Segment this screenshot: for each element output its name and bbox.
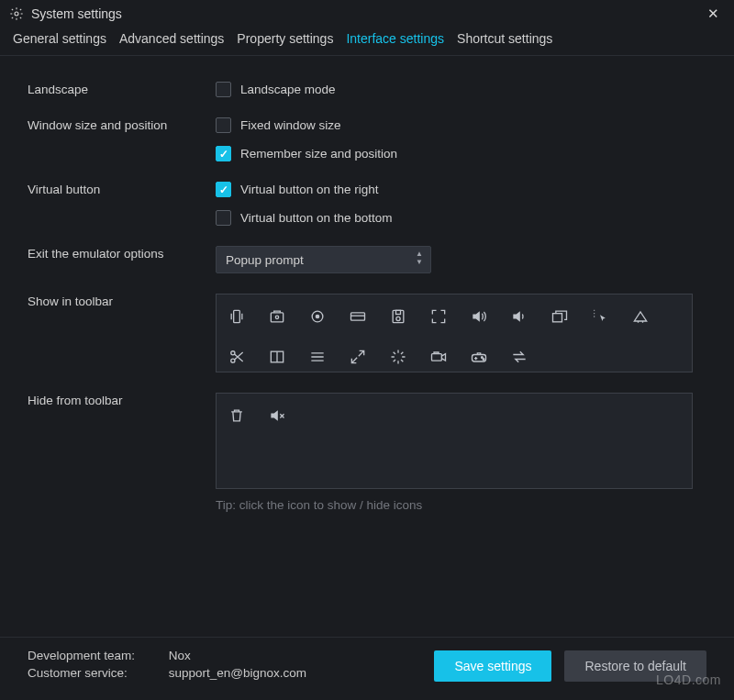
checkbox-fixed-window-size[interactable] bbox=[216, 117, 231, 133]
row-window-size: Window size and position Fixed window si… bbox=[28, 117, 706, 161]
checkbox-virtual-button-right[interactable] bbox=[216, 182, 231, 197]
show-toolbar-box bbox=[216, 294, 693, 372]
apk-install-icon[interactable] bbox=[631, 307, 650, 326]
checkbox-label-landscape-mode: Landscape mode bbox=[240, 83, 336, 96]
label-virtual-button: Virtual button bbox=[28, 182, 216, 196]
scissors-icon[interactable] bbox=[228, 348, 246, 366]
label-show-toolbar: Show in toolbar bbox=[28, 294, 216, 308]
save-settings-button[interactable]: Save settings bbox=[434, 650, 551, 682]
close-button[interactable]: ✕ bbox=[702, 6, 725, 22]
row-exit-options: Exit the emulator options Popup prompt ▲… bbox=[28, 246, 706, 273]
tab-general[interactable]: General settings bbox=[13, 31, 106, 46]
tab-interface[interactable]: Interface settings bbox=[346, 31, 444, 46]
svg-point-11 bbox=[231, 351, 235, 355]
checkbox-label-virtual-button-bottom: Virtual button on the bottom bbox=[240, 211, 393, 225]
restore-default-label: Restore to default bbox=[584, 659, 686, 673]
location-icon[interactable] bbox=[308, 307, 327, 326]
checkbox-label-virtual-button-right: Virtual button on the right bbox=[240, 183, 379, 196]
content-area: Landscape Landscape mode Window size and… bbox=[0, 56, 734, 512]
fullscreen-icon[interactable] bbox=[429, 307, 448, 326]
transfer-icon[interactable] bbox=[510, 348, 528, 366]
footer-info: Development team: Nox Customer service: … bbox=[28, 649, 421, 683]
screenshot-icon[interactable] bbox=[268, 307, 286, 326]
row-virtual-button: Virtual button Virtual button on the rig… bbox=[28, 182, 706, 226]
customer-service-value: support_en@bignox.com bbox=[169, 666, 306, 680]
footer: Development team: Nox Customer service: … bbox=[0, 637, 734, 700]
close-icon: ✕ bbox=[707, 6, 719, 21]
multi-window-icon[interactable] bbox=[550, 307, 569, 326]
volume-up-icon[interactable] bbox=[470, 307, 488, 326]
cursor-settings-icon[interactable] bbox=[591, 307, 609, 326]
svg-point-9 bbox=[396, 317, 400, 320]
svg-point-3 bbox=[275, 316, 278, 318]
loading-icon[interactable] bbox=[389, 348, 407, 366]
tip-text: Tip: click the icon to show / hide icons bbox=[216, 498, 422, 512]
tab-property[interactable]: Property settings bbox=[237, 31, 333, 46]
checkbox-label-remember-size: Remember size and position bbox=[240, 147, 397, 161]
svg-rect-10 bbox=[553, 314, 562, 322]
svg-rect-8 bbox=[396, 310, 401, 314]
restore-default-button[interactable]: Restore to default bbox=[564, 650, 706, 682]
trash-icon[interactable] bbox=[228, 406, 246, 425]
titlebar: System settings ✕ bbox=[0, 0, 734, 24]
svg-rect-6 bbox=[351, 313, 365, 320]
tab-shortcut[interactable]: Shortcut settings bbox=[457, 31, 552, 46]
volume-down-icon[interactable] bbox=[510, 307, 528, 326]
dev-team-value: Nox bbox=[169, 649, 191, 662]
label-exit-options: Exit the emulator options bbox=[28, 246, 216, 261]
hide-toolbar-box bbox=[216, 393, 693, 489]
row-show-toolbar: Show in toolbar bbox=[28, 294, 706, 372]
svg-point-12 bbox=[231, 359, 235, 362]
svg-rect-1 bbox=[234, 310, 240, 322]
chevron-updown-icon: ▲▼ bbox=[416, 250, 423, 266]
controller-icon[interactable] bbox=[470, 348, 488, 366]
row-landscape: Landscape Landscape mode bbox=[28, 82, 706, 97]
svg-point-17 bbox=[483, 359, 484, 361]
save-disk-icon[interactable] bbox=[389, 307, 407, 326]
svg-rect-2 bbox=[271, 313, 283, 322]
dev-team-label: Development team: bbox=[28, 649, 165, 662]
svg-rect-14 bbox=[432, 354, 442, 361]
tab-advanced[interactable]: Advanced settings bbox=[119, 31, 224, 46]
menu-icon[interactable] bbox=[308, 348, 327, 366]
label-hide-toolbar: Hide from toolbar bbox=[28, 393, 216, 407]
svg-point-5 bbox=[316, 315, 318, 317]
window-title: System settings bbox=[31, 6, 122, 21]
mute-icon[interactable] bbox=[268, 406, 286, 425]
record-icon[interactable] bbox=[429, 348, 448, 366]
row-hide-toolbar: Hide from toolbar bbox=[28, 393, 706, 489]
shake-icon[interactable] bbox=[228, 307, 246, 326]
select-exit-options-value: Popup prompt bbox=[226, 253, 304, 267]
checkbox-landscape-mode[interactable] bbox=[216, 82, 231, 97]
row-tip: Tip: click the icon to show / hide icons bbox=[28, 498, 706, 512]
svg-point-0 bbox=[15, 12, 18, 16]
customer-service-label: Customer service: bbox=[28, 666, 165, 680]
checkbox-virtual-button-bottom[interactable] bbox=[216, 210, 231, 226]
split-icon[interactable] bbox=[268, 348, 286, 366]
select-exit-options[interactable]: Popup prompt ▲▼ bbox=[216, 246, 431, 273]
checkbox-label-fixed-window-size: Fixed window size bbox=[240, 118, 341, 132]
label-window-size: Window size and position bbox=[28, 117, 216, 132]
tab-bar: General settings Advanced settings Prope… bbox=[0, 24, 734, 56]
expand-icon[interactable] bbox=[349, 348, 367, 366]
checkbox-remember-size[interactable] bbox=[216, 146, 231, 161]
svg-point-16 bbox=[482, 357, 484, 359]
save-settings-label: Save settings bbox=[454, 659, 531, 673]
gear-icon bbox=[9, 6, 24, 21]
keyboard-layout-icon[interactable] bbox=[349, 307, 367, 326]
label-landscape: Landscape bbox=[28, 82, 216, 96]
